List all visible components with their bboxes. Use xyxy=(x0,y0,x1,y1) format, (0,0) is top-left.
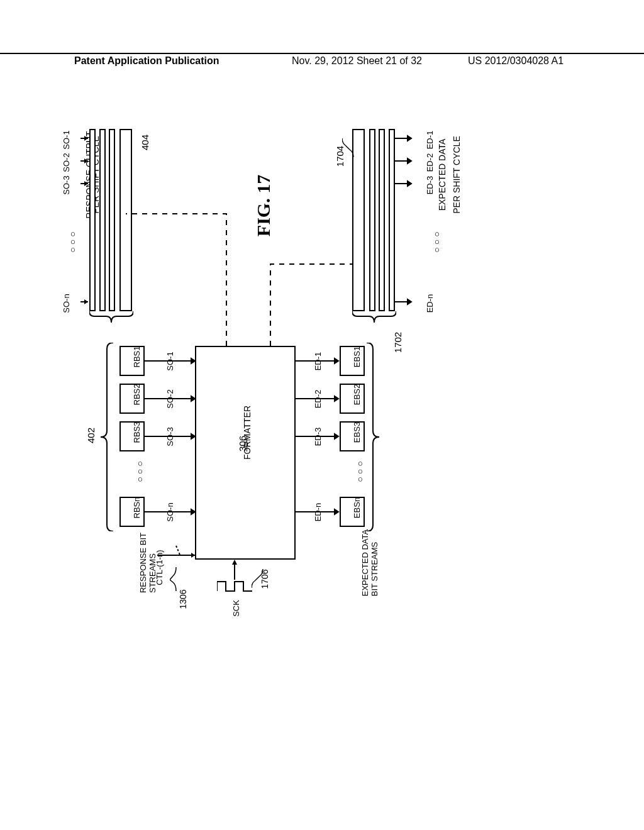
so-in-1: SO-1 xyxy=(62,130,71,149)
so-in-2: SO-2 xyxy=(62,153,71,172)
ebs3-label: EBS3 xyxy=(352,422,362,443)
ed-out-n: ED-n xyxy=(425,294,435,313)
ed-out-2: ED-2 xyxy=(425,153,435,172)
rbsn-label: RBSn xyxy=(132,497,142,519)
header-left: Patent Application Publication xyxy=(74,55,292,67)
ed-in-3: ED-3 xyxy=(313,428,323,446)
right-col-1 xyxy=(389,129,395,311)
right-header-1: EXPECTED DATA xyxy=(437,139,447,211)
rbs-dots: ○○○ xyxy=(135,458,145,482)
header-right: US 2012/0304028 A1 xyxy=(468,55,575,67)
ebs1-label: EBS1 xyxy=(352,346,362,367)
left-col-2 xyxy=(99,129,106,311)
ctl-ref: 1306 xyxy=(178,589,188,609)
so-out-2: SO-2 xyxy=(165,389,175,408)
rbs2-label: RBS2 xyxy=(132,384,142,406)
formatter-label: FORMATTER xyxy=(242,406,252,460)
rbs1-label: RBS1 xyxy=(132,346,142,368)
so-out-n: SO-n xyxy=(165,502,175,521)
ebs2-label: EBS2 xyxy=(352,384,362,405)
header-mid: Nov. 29, 2012 Sheet 21 of 32 xyxy=(292,55,468,67)
so-in-n: SO-n xyxy=(62,294,71,313)
sck-label: SCK xyxy=(231,600,241,617)
so-in-dots: ○○○ xyxy=(67,229,77,252)
right-header-2: PER SHIFT CYCLE xyxy=(452,136,462,213)
ed-out-3: ED-3 xyxy=(425,176,435,195)
ebs-dots: ○○○ xyxy=(355,458,365,482)
ebsn-label: EBSn xyxy=(352,497,362,518)
ed-in-1: ED-1 xyxy=(313,352,323,371)
formatter-ref: 306 xyxy=(237,436,248,451)
so-out-1: SO-1 xyxy=(165,351,175,370)
left-group-ref: 402 xyxy=(86,428,96,443)
page-header: Patent Application Publication Nov. 29, … xyxy=(0,53,644,67)
right-group-label: EXPECTED DATA BIT STREAMS xyxy=(360,529,379,596)
diagram: FIG. 17 RESPONSE OUTPUT PER SHIFT CYCLE … xyxy=(63,119,522,622)
ed-in-n: ED-n xyxy=(313,503,323,522)
left-col-1 xyxy=(89,129,96,311)
left-col-3 xyxy=(109,129,115,311)
so-out-3: SO-3 xyxy=(165,427,175,446)
so-in-3: SO-3 xyxy=(62,175,71,194)
ed-out-dots: ○○○ xyxy=(431,229,441,252)
svg-line-9 xyxy=(176,546,180,555)
right-col-3 xyxy=(369,129,375,311)
ed-in-2: ED-2 xyxy=(313,390,323,409)
ed-out-1: ED-1 xyxy=(425,131,435,150)
rbs3-label: RBS3 xyxy=(132,422,142,443)
right-col-2 xyxy=(379,129,385,311)
